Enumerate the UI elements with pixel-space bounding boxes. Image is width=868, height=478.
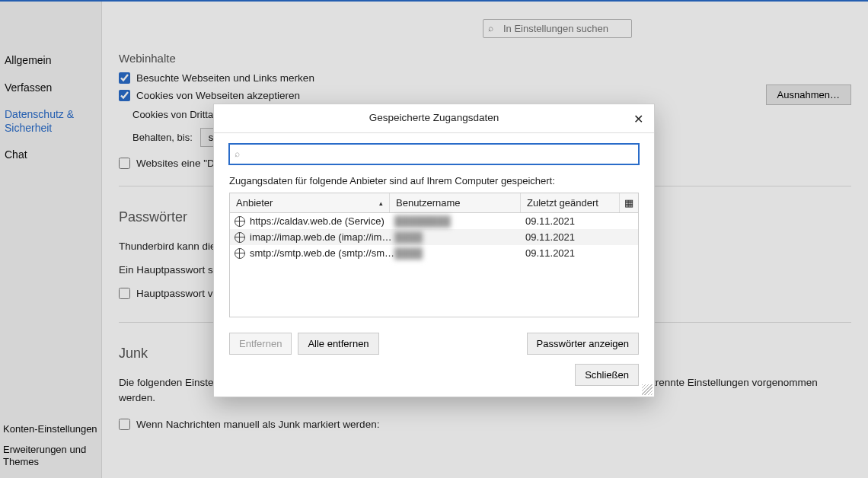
close-button[interactable]: ✕ — [630, 110, 646, 127]
globe-icon — [235, 232, 245, 243]
sort-asc-icon: ▴ — [379, 199, 383, 207]
saved-logins-dialog: Gespeicherte Zugangsdaten ✕ ⌕ Zugangsdat… — [213, 104, 655, 397]
column-provider[interactable]: Anbieter▴ — [230, 193, 390, 212]
close-dialog-button[interactable]: Schließen — [575, 364, 639, 386]
table-row[interactable]: imap://imap.web.de (imap://imap.web… ███… — [230, 229, 638, 245]
column-picker[interactable]: ▦ — [620, 193, 638, 212]
globe-icon — [235, 248, 245, 259]
table-row[interactable]: https://caldav.web.de (Service) ████████… — [230, 213, 638, 229]
column-changed[interactable]: Zuletzt geändert — [521, 193, 620, 212]
resize-grip[interactable] — [642, 384, 653, 395]
logins-search-input[interactable] — [229, 144, 639, 164]
dialog-title: Gespeicherte Zugangsdaten — [369, 112, 499, 123]
globe-icon — [235, 216, 245, 227]
columns-icon: ▦ — [624, 197, 633, 209]
close-icon: ✕ — [633, 112, 643, 126]
search-icon: ⌕ — [235, 148, 240, 159]
table-row[interactable]: smtp://smtp.web.de (smtp://smtp.web… ███… — [230, 245, 638, 261]
logins-table: Anbieter▴ Benutzername Zuletzt geändert … — [229, 193, 639, 317]
show-passwords-button[interactable]: Passwörter anzeigen — [527, 333, 639, 355]
remove-all-button[interactable]: Alle entfernen — [298, 333, 378, 355]
column-user[interactable]: Benutzername — [390, 193, 521, 212]
remove-button[interactable]: Entfernen — [229, 333, 292, 355]
dialog-description: Zugangsdaten für folgende Anbieter sind … — [229, 175, 639, 186]
